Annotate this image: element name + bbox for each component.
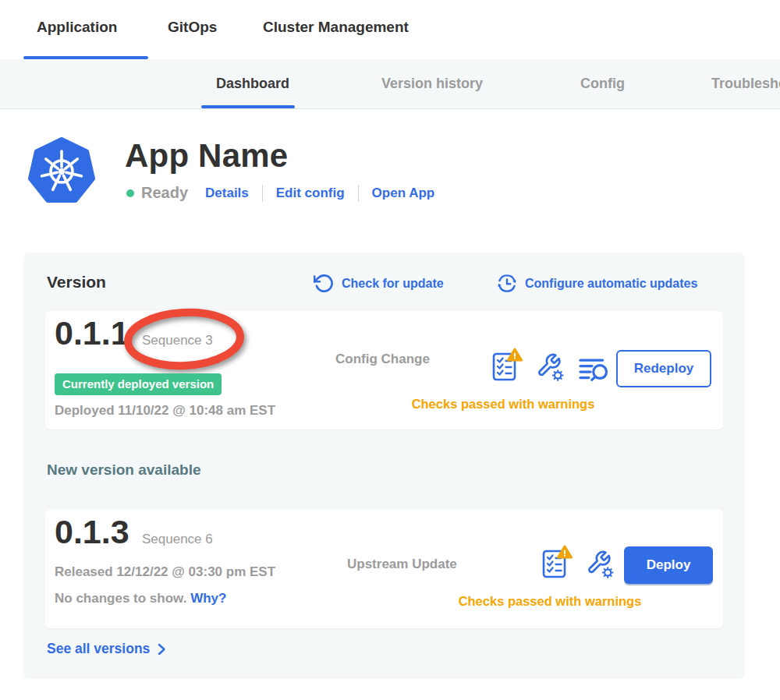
edit-config-wrench-icon[interactable] (585, 547, 615, 580)
app-title: App Name (125, 137, 288, 175)
version-panel: Version Check for update Configure autom… (23, 253, 745, 679)
edit-config-wrench-icon[interactable] (535, 350, 565, 383)
version-source-label: Upstream Update (347, 557, 457, 572)
divider (358, 185, 359, 202)
app-status-row: Ready Details Edit config Open App (126, 184, 434, 202)
available-version-number: 0.1.3 (55, 513, 129, 551)
tab-config[interactable]: Config (580, 76, 625, 92)
gear-icon (603, 567, 613, 578)
checks-warning-text[interactable]: Checks passed with warnings (412, 397, 595, 412)
configure-automatic-updates-link[interactable]: Configure automatic updates (496, 273, 697, 294)
see-all-versions-label: See all versions (47, 641, 150, 657)
released-timestamp: Released 12/12/22 @ 03:30 pm EST (55, 564, 275, 580)
tab-dashboard[interactable]: Dashboard (216, 76, 289, 92)
version-action-icons (491, 347, 610, 383)
configure-automatic-updates-label: Configure automatic updates (525, 277, 697, 291)
new-version-heading: New version available (47, 461, 201, 479)
tab-version-history[interactable]: Version history (381, 76, 483, 92)
why-link[interactable]: Why? (190, 591, 226, 606)
redeploy-button[interactable]: Redeploy (616, 350, 711, 387)
deploy-button[interactable]: Deploy (624, 546, 713, 584)
auto-update-clock-icon (496, 273, 518, 294)
divider (262, 185, 263, 202)
details-link[interactable]: Details (205, 186, 249, 201)
no-changes-label: No changes to show. (55, 591, 186, 606)
available-sequence-label: Sequence 6 (142, 532, 213, 547)
admin-console: Application GitOps Cluster Management Da… (0, 0, 780, 700)
app-header: App Name Ready Details Edit config Open … (27, 137, 780, 212)
checks-warning-text[interactable]: Checks passed with warnings (459, 594, 642, 609)
tab-troubleshoot[interactable]: Troubleshoot (711, 76, 780, 92)
see-all-versions-link[interactable]: See all versions (47, 641, 166, 657)
chevron-right-icon (158, 643, 166, 656)
available-version-card: 0.1.3 Sequence 6 Released 12/12/22 @ 03:… (45, 510, 723, 628)
active-subtab-underline (201, 105, 295, 108)
version-action-icons (541, 544, 615, 580)
check-for-update-link[interactable]: Check for update (314, 273, 444, 294)
tab-cluster-management[interactable]: Cluster Management (263, 19, 409, 36)
rotate-ccw-icon (314, 273, 335, 294)
currently-deployed-badge: Currently deployed version (55, 373, 222, 395)
current-sequence-label: Sequence 3 (142, 333, 213, 348)
ready-status-label: Ready (141, 184, 188, 202)
no-changes-text: No changes to show. Why? (55, 591, 226, 606)
ready-status-dot (126, 189, 134, 197)
deployed-timestamp: Deployed 11/10/22 @ 10:48 am EST (55, 403, 275, 419)
top-nav: Application GitOps Cluster Management (0, 0, 780, 59)
version-heading: Version (47, 273, 106, 292)
preflight-checklist-warning-icon[interactable] (491, 347, 523, 383)
app-sub-nav: Dashboard Version history Config Trouble… (0, 59, 780, 109)
tab-gitops[interactable]: GitOps (168, 19, 217, 36)
gear-icon (553, 370, 563, 380)
preflight-checklist-warning-icon[interactable] (541, 544, 573, 580)
check-for-update-label: Check for update (342, 277, 444, 291)
version-source-label: Config Change (335, 352, 430, 367)
current-version-number: 0.1.1 (55, 314, 129, 352)
view-files-search-icon[interactable] (577, 355, 610, 383)
tab-application[interactable]: Application (37, 19, 117, 36)
kubernetes-logo-icon (27, 137, 96, 206)
open-app-link[interactable]: Open App (372, 186, 435, 201)
current-version-card: 0.1.1 Sequence 3 Currently deployed vers… (45, 311, 723, 430)
edit-config-link[interactable]: Edit config (276, 186, 345, 201)
